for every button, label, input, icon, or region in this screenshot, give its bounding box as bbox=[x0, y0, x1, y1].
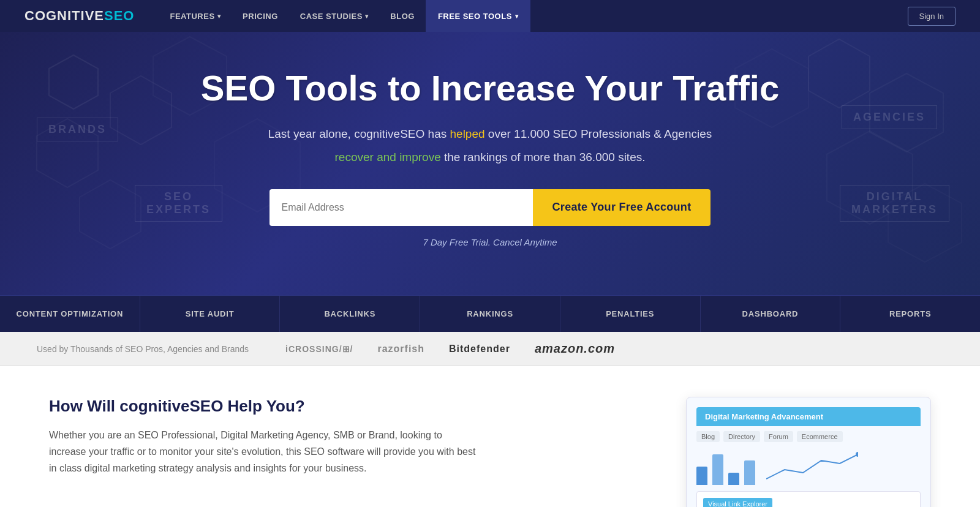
mock-tab-ecommerce: Ecommerce bbox=[797, 431, 843, 442]
tab-backlinks[interactable]: BACKLINKS bbox=[280, 296, 420, 332]
logo-seo-text: SEO bbox=[104, 8, 134, 23]
brand-razorfish: razorfish bbox=[377, 344, 424, 355]
nav-links: FEATURES ▾ PRICING CASE STUDIES ▾ BLOG F… bbox=[159, 0, 907, 32]
content-body: Whether you are an SEO Professional, Dig… bbox=[49, 427, 478, 477]
nav-item-pricing[interactable]: PRICING bbox=[232, 0, 289, 32]
create-account-button[interactable]: Create Your Free Account bbox=[533, 189, 711, 226]
navbar: COGNITIVESEO FEATURES ▾ PRICING CASE STU… bbox=[0, 0, 980, 32]
chevron-down-icon: ▾ bbox=[365, 13, 369, 20]
mock-inner-title: Visual Link Explorer bbox=[703, 498, 772, 507]
brand-bitdefender: Bitdefender bbox=[449, 344, 510, 355]
mock-header: Digital Marketing Advancement bbox=[696, 407, 921, 426]
mock-line-chart bbox=[766, 448, 921, 485]
tab-rankings[interactable]: RANKINGS bbox=[420, 296, 560, 332]
tab-dashboard[interactable]: DASHBOARD bbox=[701, 296, 841, 332]
trial-text: 7 Day Free Trial. Cancel Anytime bbox=[24, 237, 956, 247]
nav-item-free-seo-tools[interactable]: FREE SEO TOOLS ▾ bbox=[426, 0, 530, 32]
hero-subtitle-line1: Last year alone, cognitiveSEO has helped… bbox=[24, 125, 956, 143]
mock-tab-forum: Forum bbox=[764, 431, 793, 442]
chevron-down-icon: ▾ bbox=[217, 13, 221, 20]
chevron-down-icon: ▾ bbox=[515, 13, 519, 20]
mock-bar-1 bbox=[696, 467, 707, 485]
mock-bar-chart bbox=[696, 448, 921, 485]
tab-penalties[interactable]: PENALTIES bbox=[560, 296, 701, 332]
brand-amazon: amazon.com bbox=[535, 342, 615, 356]
hero-headline: SEO Tools to Increase Your Traffic bbox=[24, 69, 956, 108]
hero-section: BRANDS SEOEXPERTS AGENCIES DIGITALMARKET… bbox=[0, 32, 980, 295]
tab-site-audit[interactable]: SITE AUDIT bbox=[140, 296, 281, 332]
mock-tabs: Blog Directory Forum Ecommerce bbox=[696, 431, 921, 442]
mock-tab-directory: Directory bbox=[723, 431, 760, 442]
tab-content-optimization[interactable]: CONTENT OPTIMIZATION bbox=[0, 296, 140, 332]
mock-bar-4 bbox=[744, 460, 755, 485]
nav-item-features[interactable]: FEATURES ▾ bbox=[159, 0, 232, 32]
hero-form: Create Your Free Account bbox=[24, 189, 956, 226]
mock-tab-blog: Blog bbox=[696, 431, 720, 442]
mock-inner-panel: Visual Link Explorer Inbound Link bbox=[696, 491, 921, 507]
nav-item-case-studies[interactable]: CASE STUDIES ▾ bbox=[289, 0, 380, 32]
hero-subtitle-line2: recover and improve the rankings of more… bbox=[24, 148, 956, 167]
tool-tabs-bar: CONTENT OPTIMIZATION SITE AUDIT BACKLINK… bbox=[0, 295, 980, 332]
mock-bar-3 bbox=[728, 473, 739, 485]
nav-item-blog[interactable]: BLOG bbox=[379, 0, 426, 32]
dashboard-mock: Digital Marketing Advancement Blog Direc… bbox=[686, 397, 931, 507]
main-content-section: How Will cognitiveSEO Help You? Whether … bbox=[0, 366, 980, 507]
content-heading: How Will cognitiveSEO Help You? bbox=[49, 397, 649, 416]
content-text-block: How Will cognitiveSEO Help You? Whether … bbox=[49, 397, 649, 507]
mock-trend-line bbox=[766, 448, 858, 485]
tab-reports[interactable]: REPORTS bbox=[840, 296, 980, 332]
logo[interactable]: COGNITIVESEO bbox=[24, 8, 134, 24]
email-input[interactable] bbox=[270, 189, 533, 226]
mock-bar-2 bbox=[712, 454, 723, 485]
used-by-strip: Used by Thousands of SEO Pros, Agencies … bbox=[0, 332, 980, 366]
hero-content: SEO Tools to Increase Your Traffic Last … bbox=[24, 69, 956, 247]
dashboard-visual: Digital Marketing Advancement Blog Direc… bbox=[686, 397, 931, 507]
logo-cognitive-text: COGNITIVE bbox=[24, 8, 104, 23]
brand-icrossing: iCROSSING/⊞/ bbox=[285, 344, 353, 354]
signin-button[interactable]: Sign In bbox=[908, 7, 956, 26]
used-by-text: Used by Thousands of SEO Pros, Agencies … bbox=[37, 344, 249, 354]
